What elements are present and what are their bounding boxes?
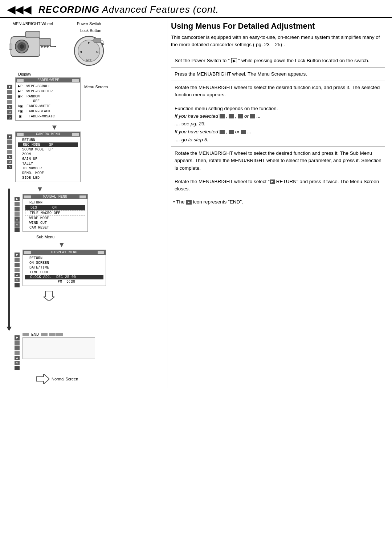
camera-zoom: ZOOM <box>18 152 78 157</box>
camera-return: RETURN <box>18 138 78 142</box>
normal-screen-arrow <box>36 374 49 384</box>
svg-text:OFF: OFF <box>86 58 92 61</box>
spine-bar <box>8 189 10 327</box>
fader-wipe-menu: FADER/WIPE ▶P WIPE–SCROLL ▶P WIPE–SHUTTE… <box>15 77 81 121</box>
end-box-row: ▶ A M END <box>15 332 95 371</box>
header-bars-right <box>72 79 79 82</box>
camera-menu-box: CAMERA MENU RETURN REC MODE SP SOUND MOD… <box>15 132 81 182</box>
end-content: ▶ A M END <box>15 332 95 384</box>
svg-rect-18 <box>94 38 101 43</box>
svg-rect-5 <box>25 31 40 38</box>
step5-text: Rotate the MENU/BRIGHT wheel to select t… <box>175 150 383 172</box>
manual-wide: WIDE MODE <box>25 216 85 221</box>
fader-menu-header: FADER/WIPE <box>16 78 80 82</box>
side-icons-fader: ▶ A M D <box>7 85 14 120</box>
page-header: ◀◀◀ RECORDING Advanced Features (cont. <box>0 0 392 18</box>
right-column: Using Menus For Detailed Adjustment This… <box>167 18 392 388</box>
display-menu-row: ▶ A M DISPLAY MENU <box>15 250 106 288</box>
menu-flow-container: ▶ A M D FADER/WIPE <box>7 77 163 384</box>
side-icons-camera: ▶ A M D <box>7 134 14 170</box>
fader-item-3: ▣R RANDOM <box>18 94 78 99</box>
camera-menu-row: ▶ A M D CAMERA MENU RETURN REC MODE <box>7 132 163 183</box>
arrow-down-2: ▼ <box>36 185 106 193</box>
section-title: Using Menus For Detailed Adjustment <box>171 21 385 31</box>
svg-point-10 <box>54 46 56 47</box>
manual-menu-row: ▶ A M MANUAL MENU <box>15 194 106 233</box>
fader-row: ▶ A M D FADER/WIPE <box>7 77 163 122</box>
step4-text: Function menu setting depends on the fun… <box>175 105 383 112</box>
end-box: END <box>23 332 95 359</box>
hollow-arrow-down <box>44 291 106 302</box>
side-icons-manual: ▶ A M <box>15 197 21 233</box>
svg-marker-20 <box>36 374 49 384</box>
left-column: MENU/BRIGHT Wheel <box>0 18 167 388</box>
menu-bright-label: MENU/BRIGHT Wheel <box>12 21 53 26</box>
bar1 <box>17 79 24 82</box>
instruction-step-5: Rotate the MENU/BRIGHT wheel to select t… <box>171 146 385 175</box>
display-return: RETURN <box>25 256 103 261</box>
camera-menu-header: CAMERA MENU <box>16 132 80 137</box>
end-header-row: END <box>23 332 95 336</box>
spine-arrow <box>7 327 12 331</box>
icon3 <box>7 95 12 99</box>
step4-italic1: If you have selected , , or ... <box>175 112 383 120</box>
lower-flow: ▼ ▶ A M <box>7 185 163 331</box>
lock-button-label: Lock Button <box>80 28 101 33</box>
icon4 <box>7 100 12 104</box>
intro-paragraph: This camcorder is equipped with an easy-… <box>171 34 385 49</box>
camera-sound-mode: SOUND MODE LP <box>18 147 78 152</box>
manual-cam-reset: CAM RESET <box>25 225 85 230</box>
svg-marker-19 <box>44 291 54 301</box>
camera-diagram: MENU/BRIGHT Wheel <box>7 21 58 66</box>
instruction-step-1: Set the Power Switch to " ▶ " while pres… <box>171 54 385 67</box>
icon7: D <box>7 115 12 120</box>
svg-point-6 <box>41 45 43 48</box>
step3-text: Rotate the MENU/BRIGHT wheel to select t… <box>175 84 383 99</box>
bar2 <box>72 79 79 82</box>
svg-point-3 <box>20 44 24 49</box>
step2-text: Press the MENU/BRIGHT wheel. The Menu Sc… <box>175 70 383 78</box>
camera-illustration <box>7 26 58 66</box>
step4-sub1: .... see pg. 23. <box>175 120 383 128</box>
display-menu-header: DISPLAY MENU <box>23 250 106 255</box>
display-label-text: Display <box>18 71 163 77</box>
fader-item-4: OFF <box>18 99 78 104</box>
icon2 <box>7 90 12 94</box>
spine-left <box>7 189 11 331</box>
sub-menu-label: Sub Menu <box>36 235 106 239</box>
camera-gain: GAIN UP <box>18 157 78 161</box>
step1-text: Set the Power Switch to " ▶ " while pres… <box>175 57 383 64</box>
end-screen-box <box>23 337 95 359</box>
icon5: A <box>7 105 12 109</box>
fader-item-5: W▣ FADER–WHITE <box>18 104 78 109</box>
bullet-note: • The ▶ icon represents "END". <box>171 199 385 205</box>
manual-return: RETURN <box>25 200 85 205</box>
manual-tele: TELE MACRO OFF <box>25 210 85 216</box>
back-icon: ◀◀◀ <box>7 4 31 16</box>
power-switch-area: Power Switch Lock Button ▶ M OFF ◀ <box>73 21 105 67</box>
camera-demo: DEMO. MODE <box>18 171 78 175</box>
display-time-code: TIME CODE <box>25 270 103 275</box>
arrow-down-3: ▼ <box>58 241 106 249</box>
manual-menu-header: MANUAL MENU <box>23 194 87 199</box>
instruction-step-6: Rotate the MENU/BRIGHT wheel to select "… <box>171 175 385 196</box>
power-switch-label: Power Switch <box>77 21 101 26</box>
instruction-step-2: Press the MENU/BRIGHT wheel. The Menu Sc… <box>171 67 385 81</box>
main-content: MENU/BRIGHT Wheel <box>0 18 392 388</box>
camera-side-led: SIDE LED <box>18 175 78 180</box>
step6-text: Rotate the MENU/BRIGHT wheel to select "… <box>175 178 383 193</box>
header-bars <box>17 79 24 82</box>
svg-text:▶: ▶ <box>88 41 90 44</box>
page-title: RECORDING Advanced Features (cont. <box>38 4 219 15</box>
fader-item-6: B▣ FADER–BLACK <box>18 109 78 114</box>
camera-tally: TALLY <box>18 161 78 166</box>
normal-screen-row: Normal Screen <box>36 374 95 384</box>
display-clock-adj: CLOCK ADJ. DEC 25 00 <box>25 275 103 279</box>
step4-italic2: If you have selected , or ... <box>175 128 383 136</box>
end-row: ▶ A M END <box>7 332 163 384</box>
icon6: M <box>7 110 12 114</box>
manual-menu-box: MANUAL MENU RETURN DIS ON TELE MACRO OFF… <box>23 194 88 232</box>
side-icons-display: ▶ A M <box>15 253 21 288</box>
menu-screen-label: Menu Screen <box>84 85 108 89</box>
display-on-screen: ON SCREEN <box>25 261 103 265</box>
